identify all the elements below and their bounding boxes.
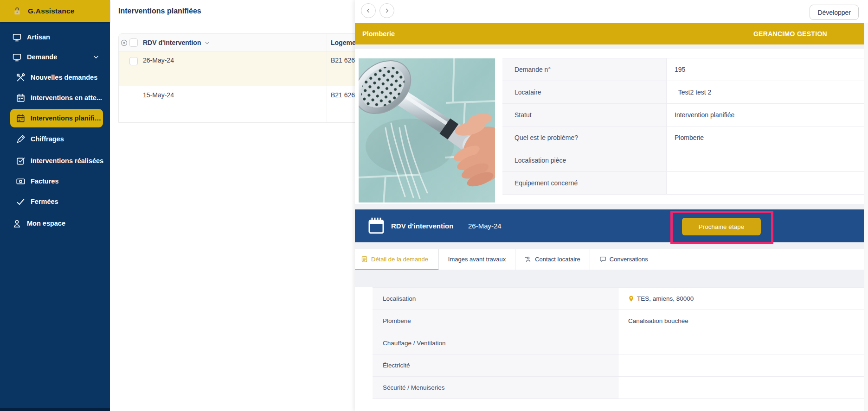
section-divider: [355, 242, 864, 249]
info-value: [667, 172, 864, 194]
sidebar-item-chiffrages[interactable]: Chiffrages: [0, 132, 110, 146]
info-value: [667, 149, 864, 171]
cell-logement: B21 626: [331, 91, 355, 99]
section-divider: [355, 44, 864, 49]
info-row: Statut Intervention planifiée: [502, 104, 864, 126]
sidebar: G.Assistance Artisan Demande Nouvelles d…: [0, 0, 110, 411]
calendar-icon: [16, 114, 26, 123]
info-label: Statut: [502, 104, 667, 126]
detail-row: Électricité: [373, 354, 864, 377]
column-header-rdv[interactable]: RDV d'intervention: [143, 39, 201, 46]
detail-label: Électricité: [373, 354, 618, 376]
sidebar-item-label: Factures: [31, 177, 58, 185]
list-title-bar: Interventions planifiées: [110, 0, 355, 22]
sidebar-item-artisan[interactable]: Artisan: [0, 30, 110, 44]
app-logo-icon: [13, 6, 21, 16]
calendar-icon: [16, 93, 26, 103]
rdv-date: 26-May-24: [468, 209, 502, 242]
next-step-button[interactable]: Prochaine étape: [682, 218, 761, 235]
sidebar-item-label: Demande: [27, 53, 57, 61]
sidebar-item-demande[interactable]: Demande: [0, 50, 110, 64]
person-icon: [12, 219, 22, 228]
info-value: Test2 test 2: [667, 81, 864, 103]
detail-row: Plomberie Canalisation bouchée: [373, 310, 864, 332]
sidebar-item-interventions-en-attente[interactable]: Interventions en atte...: [0, 91, 110, 105]
check-square-icon: [16, 156, 26, 166]
info-label: Localisation pièce: [502, 149, 667, 171]
sidebar-item-factures[interactable]: Factures: [0, 174, 110, 188]
sidebar-item-label: Interventions en atte...: [31, 94, 102, 101]
map-pin-icon: [628, 295, 634, 303]
target-icon[interactable]: [120, 39, 128, 47]
sidebar-item-interventions-realisees[interactable]: Interventions réalisées: [0, 154, 110, 168]
pen-ruler-icon: [16, 134, 26, 144]
tab-label: Images avant travaux: [448, 256, 506, 263]
app-window: G.Assistance Artisan Demande Nouvelles d…: [0, 0, 868, 411]
column-header-logement[interactable]: Logeme: [331, 34, 356, 51]
sidebar-item-nouvelles-demandes[interactable]: Nouvelles demandes: [0, 70, 110, 84]
column-divider: [327, 34, 327, 51]
tab-images-avant-travaux[interactable]: Images avant travaux: [438, 249, 515, 270]
monitor-icon: [12, 52, 22, 62]
detail-tabs: Détail de la demande Images avant travau…: [355, 249, 864, 270]
cell-rdv-date: 26-May-24: [143, 57, 174, 64]
sidebar-item-label: Nouvelles demandes: [31, 74, 97, 81]
tab-label: Conversations: [610, 256, 648, 263]
next-record-button[interactable]: [379, 3, 394, 18]
detail-label: Sécurité / Menuiseries: [373, 377, 618, 398]
detail-label: Plomberie: [373, 310, 618, 332]
column-divider: [327, 86, 327, 122]
expand-button[interactable]: Développer: [810, 5, 859, 20]
info-value: Plomberie: [667, 126, 864, 149]
sort-chevron-icon[interactable]: [204, 40, 210, 46]
request-info-table: Demande n° 195 Locataire Test2 test 2 St…: [502, 58, 864, 195]
category-bar: Plomberie GERANCIMO GESTION: [355, 23, 864, 44]
detail-label: Chauffage / Ventilation: [373, 332, 618, 354]
chevron-right-icon: [384, 7, 390, 14]
info-label: Equipement concerné: [502, 172, 667, 194]
page-title: Interventions planifiées: [118, 7, 201, 15]
info-row: Localisation pièce: [502, 149, 864, 172]
tools-icon: [16, 73, 26, 82]
calendar-icon: [368, 216, 385, 235]
chevron-left-icon: [365, 7, 372, 14]
tab-contact-locataire[interactable]: Contact locataire: [515, 249, 590, 270]
sidebar-item-fermees[interactable]: Fermées: [0, 195, 110, 209]
column-divider: [327, 51, 327, 86]
banknote-icon: [16, 177, 26, 186]
app-title: G.Assistance: [28, 7, 75, 15]
row-checkbox[interactable]: [129, 57, 138, 65]
select-all-checkbox[interactable]: [129, 38, 138, 47]
info-row: Locataire Test2 test 2: [502, 81, 864, 104]
info-value: Intervention planifiée: [667, 104, 864, 126]
sidebar-item-mon-espace[interactable]: Mon espace: [0, 216, 110, 230]
scrollbar[interactable]: [864, 23, 868, 411]
cell-logement: B21 626: [331, 57, 355, 64]
logo-bar: G.Assistance: [0, 0, 110, 22]
detail-label: Localisation: [373, 288, 618, 310]
sidebar-item-interventions-planifiees[interactable]: Interventions planifié...: [10, 109, 103, 127]
sidebar-item-label: Interventions planifié...: [31, 114, 103, 122]
request-photo[interactable]: [359, 58, 495, 202]
detail-row: Sécurité / Menuiseries: [373, 377, 864, 399]
category-label: Plomberie: [362, 23, 395, 44]
cell-rdv-date: 15-May-24: [143, 91, 174, 99]
monitor-icon: [12, 32, 22, 42]
detail-value: TES, amiens, 80000: [637, 295, 694, 302]
sidebar-item-label: Artisan: [27, 33, 50, 41]
check-icon: [16, 197, 26, 207]
person-icon: [525, 256, 532, 263]
tab-conversations[interactable]: Conversations: [590, 249, 657, 270]
previous-record-button[interactable]: [361, 3, 376, 18]
sidebar-item-label: Fermées: [31, 198, 58, 205]
detail-drawer: Développer Plomberie GERANCIMO GESTION: [355, 0, 868, 411]
sidebar-item-label: Interventions réalisées: [31, 157, 103, 164]
chevron-down-icon: [93, 54, 99, 60]
tab-detail-demande[interactable]: Détail de la demande: [355, 249, 438, 270]
tab-label: Contact locataire: [535, 256, 580, 263]
detail-row: Localisation TES, amiens, 80000: [373, 288, 864, 310]
document-icon: [361, 256, 368, 263]
info-label: Quel est le problème?: [502, 126, 667, 149]
info-value: 195: [667, 58, 864, 81]
sidebar-item-label: Mon espace: [27, 220, 65, 227]
